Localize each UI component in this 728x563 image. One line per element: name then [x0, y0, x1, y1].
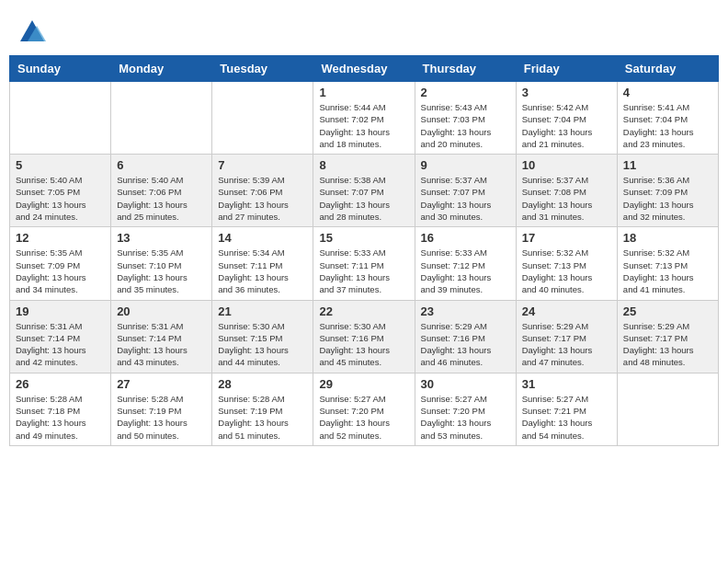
weekday-header: Saturday	[617, 56, 718, 82]
calendar-cell: 8Sunrise: 5:38 AMSunset: 7:07 PMDaylight…	[313, 155, 415, 227]
day-info: Sunrise: 5:28 AMSunset: 7:19 PMDaylight:…	[117, 393, 206, 442]
day-number: 18	[623, 231, 712, 245]
day-number: 14	[218, 231, 307, 245]
calendar-cell: 15Sunrise: 5:33 AMSunset: 7:11 PMDayligh…	[313, 227, 415, 300]
calendar-cell: 13Sunrise: 5:35 AMSunset: 7:10 PMDayligh…	[111, 227, 212, 300]
day-number: 15	[319, 231, 408, 245]
calendar-cell: 14Sunrise: 5:34 AMSunset: 7:11 PMDayligh…	[212, 227, 313, 300]
day-info: Sunrise: 5:42 AMSunset: 7:04 PMDaylight:…	[522, 101, 611, 150]
calendar-cell: 23Sunrise: 5:29 AMSunset: 7:16 PMDayligh…	[415, 300, 516, 373]
day-number: 1	[319, 86, 408, 99]
calendar-cell: 30Sunrise: 5:27 AMSunset: 7:20 PMDayligh…	[415, 373, 516, 445]
day-info: Sunrise: 5:41 AMSunset: 7:04 PMDaylight:…	[623, 101, 712, 150]
day-number: 5	[16, 158, 105, 172]
weekday-header: Monday	[111, 56, 212, 82]
day-number: 30	[421, 377, 510, 391]
weekday-header: Wednesday	[313, 56, 415, 82]
day-number: 7	[218, 158, 307, 172]
day-number: 9	[421, 158, 510, 172]
page-header	[9, 9, 719, 51]
day-info: Sunrise: 5:37 AMSunset: 7:08 PMDaylight:…	[522, 174, 611, 223]
calendar-cell	[111, 82, 212, 155]
calendar-cell: 9Sunrise: 5:37 AMSunset: 7:07 PMDaylight…	[415, 155, 516, 227]
calendar-cell: 24Sunrise: 5:29 AMSunset: 7:17 PMDayligh…	[516, 300, 617, 373]
day-number: 6	[117, 158, 206, 172]
calendar-cell: 12Sunrise: 5:35 AMSunset: 7:09 PMDayligh…	[10, 227, 111, 300]
calendar-cell: 2Sunrise: 5:43 AMSunset: 7:03 PMDaylight…	[415, 82, 516, 155]
day-number: 13	[117, 231, 206, 245]
day-number: 26	[16, 377, 105, 391]
calendar-cell	[617, 373, 718, 445]
day-info: Sunrise: 5:29 AMSunset: 7:17 PMDaylight:…	[522, 320, 611, 369]
day-info: Sunrise: 5:31 AMSunset: 7:14 PMDaylight:…	[117, 320, 206, 369]
day-info: Sunrise: 5:33 AMSunset: 7:12 PMDaylight:…	[421, 247, 510, 295]
calendar-cell: 26Sunrise: 5:28 AMSunset: 7:18 PMDayligh…	[10, 373, 111, 445]
day-info: Sunrise: 5:29 AMSunset: 7:17 PMDaylight:…	[623, 320, 712, 369]
day-number: 20	[117, 304, 206, 318]
day-number: 3	[522, 86, 611, 99]
calendar-cell: 10Sunrise: 5:37 AMSunset: 7:08 PMDayligh…	[516, 155, 617, 227]
day-info: Sunrise: 5:44 AMSunset: 7:02 PMDaylight:…	[319, 101, 408, 150]
calendar-cell: 1Sunrise: 5:44 AMSunset: 7:02 PMDaylight…	[313, 82, 415, 155]
calendar-cell: 16Sunrise: 5:33 AMSunset: 7:12 PMDayligh…	[415, 227, 516, 300]
weekday-header: Thursday	[415, 56, 516, 82]
day-number: 29	[319, 377, 408, 391]
calendar-table: SundayMondayTuesdayWednesdayThursdayFrid…	[9, 55, 719, 446]
day-number: 16	[421, 231, 510, 245]
calendar-cell: 22Sunrise: 5:30 AMSunset: 7:16 PMDayligh…	[313, 300, 415, 373]
day-info: Sunrise: 5:33 AMSunset: 7:11 PMDaylight:…	[319, 247, 408, 295]
calendar-cell: 3Sunrise: 5:42 AMSunset: 7:04 PMDaylight…	[516, 82, 617, 155]
day-info: Sunrise: 5:30 AMSunset: 7:16 PMDaylight:…	[319, 320, 408, 369]
day-info: Sunrise: 5:31 AMSunset: 7:14 PMDaylight:…	[16, 320, 105, 369]
day-info: Sunrise: 5:38 AMSunset: 7:07 PMDaylight:…	[319, 174, 408, 223]
calendar-week-row: 12Sunrise: 5:35 AMSunset: 7:09 PMDayligh…	[10, 227, 719, 300]
calendar-cell: 17Sunrise: 5:32 AMSunset: 7:13 PMDayligh…	[516, 227, 617, 300]
calendar-cell: 4Sunrise: 5:41 AMSunset: 7:04 PMDaylight…	[617, 82, 718, 155]
calendar-cell: 11Sunrise: 5:36 AMSunset: 7:09 PMDayligh…	[617, 155, 718, 227]
day-info: Sunrise: 5:28 AMSunset: 7:18 PMDaylight:…	[16, 393, 105, 442]
calendar-week-row: 19Sunrise: 5:31 AMSunset: 7:14 PMDayligh…	[10, 300, 719, 373]
day-number: 22	[319, 304, 408, 318]
calendar-cell: 6Sunrise: 5:40 AMSunset: 7:06 PMDaylight…	[111, 155, 212, 227]
day-number: 21	[218, 304, 307, 318]
calendar-cell: 29Sunrise: 5:27 AMSunset: 7:20 PMDayligh…	[313, 373, 415, 445]
calendar-week-row: 5Sunrise: 5:40 AMSunset: 7:05 PMDaylight…	[10, 155, 719, 227]
calendar-cell: 28Sunrise: 5:28 AMSunset: 7:19 PMDayligh…	[212, 373, 313, 445]
day-info: Sunrise: 5:40 AMSunset: 7:05 PMDaylight:…	[16, 174, 105, 223]
day-number: 24	[522, 304, 611, 318]
calendar-week-row: 26Sunrise: 5:28 AMSunset: 7:18 PMDayligh…	[10, 373, 719, 445]
calendar-cell: 18Sunrise: 5:32 AMSunset: 7:13 PMDayligh…	[617, 227, 718, 300]
day-info: Sunrise: 5:35 AMSunset: 7:10 PMDaylight:…	[117, 247, 206, 295]
day-info: Sunrise: 5:37 AMSunset: 7:07 PMDaylight:…	[421, 174, 510, 223]
day-info: Sunrise: 5:43 AMSunset: 7:03 PMDaylight:…	[421, 101, 510, 150]
calendar-cell: 20Sunrise: 5:31 AMSunset: 7:14 PMDayligh…	[111, 300, 212, 373]
day-info: Sunrise: 5:32 AMSunset: 7:13 PMDaylight:…	[623, 247, 712, 295]
calendar-cell: 5Sunrise: 5:40 AMSunset: 7:05 PMDaylight…	[10, 155, 111, 227]
day-info: Sunrise: 5:29 AMSunset: 7:16 PMDaylight:…	[421, 320, 510, 369]
day-number: 2	[421, 86, 510, 99]
day-info: Sunrise: 5:36 AMSunset: 7:09 PMDaylight:…	[623, 174, 712, 223]
day-info: Sunrise: 5:39 AMSunset: 7:06 PMDaylight:…	[218, 174, 307, 223]
day-info: Sunrise: 5:35 AMSunset: 7:09 PMDaylight:…	[16, 247, 105, 295]
day-number: 27	[117, 377, 206, 391]
day-number: 10	[522, 158, 611, 172]
day-info: Sunrise: 5:27 AMSunset: 7:21 PMDaylight:…	[522, 393, 611, 442]
calendar-cell	[212, 82, 313, 155]
calendar-cell: 31Sunrise: 5:27 AMSunset: 7:21 PMDayligh…	[516, 373, 617, 445]
day-number: 4	[623, 86, 712, 99]
day-number: 28	[218, 377, 307, 391]
day-number: 17	[522, 231, 611, 245]
day-number: 25	[623, 304, 712, 318]
calendar-cell	[10, 82, 111, 155]
day-info: Sunrise: 5:34 AMSunset: 7:11 PMDaylight:…	[218, 247, 307, 295]
calendar-cell: 7Sunrise: 5:39 AMSunset: 7:06 PMDaylight…	[212, 155, 313, 227]
weekday-header: Tuesday	[212, 56, 313, 82]
day-info: Sunrise: 5:40 AMSunset: 7:06 PMDaylight:…	[117, 174, 206, 223]
day-number: 8	[319, 158, 408, 172]
day-number: 23	[421, 304, 510, 318]
calendar-cell: 25Sunrise: 5:29 AMSunset: 7:17 PMDayligh…	[617, 300, 718, 373]
day-info: Sunrise: 5:30 AMSunset: 7:15 PMDaylight:…	[218, 320, 307, 369]
logo	[18, 18, 50, 46]
day-info: Sunrise: 5:27 AMSunset: 7:20 PMDaylight:…	[421, 393, 510, 442]
day-info: Sunrise: 5:27 AMSunset: 7:20 PMDaylight:…	[319, 393, 408, 442]
